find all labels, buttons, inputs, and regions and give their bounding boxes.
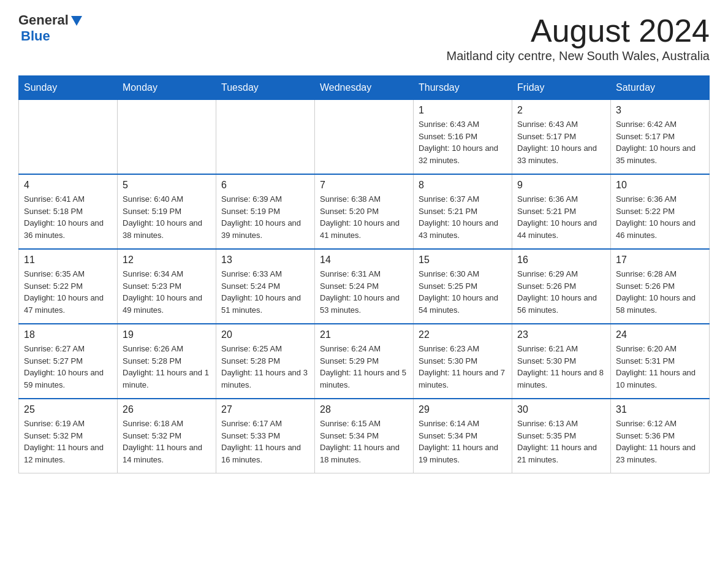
- logo-general-text: General: [18, 12, 69, 28]
- day-number: 25: [24, 404, 112, 415]
- header-saturday: Saturday: [611, 76, 710, 100]
- location-subtitle: Maitland city centre, New South Wales, A…: [447, 49, 710, 63]
- day-info: Sunrise: 6:24 AMSunset: 5:29 PMDaylight:…: [320, 343, 408, 391]
- table-row: 31Sunrise: 6:12 AMSunset: 5:36 PMDayligh…: [611, 399, 710, 473]
- day-number: 9: [517, 180, 605, 191]
- day-info: Sunrise: 6:20 AMSunset: 5:31 PMDaylight:…: [616, 343, 704, 391]
- day-info: Sunrise: 6:43 AMSunset: 5:17 PMDaylight:…: [517, 118, 605, 166]
- page-header: General Blue August 2024 Maitland city c…: [18, 12, 710, 71]
- table-row: 10Sunrise: 6:36 AMSunset: 5:22 PMDayligh…: [611, 174, 710, 249]
- logo: General Blue: [18, 12, 83, 44]
- title-block: August 2024 Maitland city centre, New So…: [447, 12, 710, 71]
- day-info: Sunrise: 6:12 AMSunset: 5:36 PMDaylight:…: [616, 418, 704, 465]
- table-row: 12Sunrise: 6:34 AMSunset: 5:23 PMDayligh…: [118, 249, 216, 324]
- day-number: 24: [616, 329, 704, 340]
- calendar-week-row: 4Sunrise: 6:41 AMSunset: 5:18 PMDaylight…: [19, 174, 710, 249]
- calendar-header-row: Sunday Monday Tuesday Wednesday Thursday…: [19, 76, 710, 100]
- day-info: Sunrise: 6:34 AMSunset: 5:23 PMDaylight:…: [123, 268, 211, 316]
- table-row: 28Sunrise: 6:15 AMSunset: 5:34 PMDayligh…: [315, 399, 414, 473]
- table-row: 14Sunrise: 6:31 AMSunset: 5:24 PMDayligh…: [315, 249, 414, 324]
- day-info: Sunrise: 6:41 AMSunset: 5:18 PMDaylight:…: [24, 193, 112, 241]
- day-number: 6: [221, 180, 309, 191]
- day-number: 23: [517, 329, 605, 340]
- day-number: 19: [123, 329, 211, 340]
- day-number: 1: [419, 105, 507, 116]
- day-info: Sunrise: 6:29 AMSunset: 5:26 PMDaylight:…: [517, 268, 605, 316]
- day-info: Sunrise: 6:23 AMSunset: 5:30 PMDaylight:…: [419, 343, 507, 391]
- day-info: Sunrise: 6:25 AMSunset: 5:28 PMDaylight:…: [221, 343, 309, 391]
- day-number: 8: [419, 180, 507, 191]
- day-number: 26: [123, 404, 211, 415]
- day-info: Sunrise: 6:28 AMSunset: 5:26 PMDaylight:…: [616, 268, 704, 316]
- day-info: Sunrise: 6:17 AMSunset: 5:33 PMDaylight:…: [221, 418, 309, 465]
- day-number: 15: [419, 255, 507, 266]
- logo-blue-text: Blue: [21, 28, 50, 44]
- svg-marker-0: [71, 16, 82, 26]
- table-row: 2Sunrise: 6:43 AMSunset: 5:17 PMDaylight…: [512, 100, 611, 175]
- month-title: August 2024: [447, 12, 710, 49]
- table-row: 22Sunrise: 6:23 AMSunset: 5:30 PMDayligh…: [414, 324, 512, 399]
- table-row: [315, 100, 414, 175]
- header-sunday: Sunday: [19, 76, 118, 100]
- logo-triangle-icon: [70, 13, 83, 27]
- day-number: 7: [320, 180, 408, 191]
- calendar-table: Sunday Monday Tuesday Wednesday Thursday…: [18, 75, 710, 473]
- calendar-week-row: 11Sunrise: 6:35 AMSunset: 5:22 PMDayligh…: [19, 249, 710, 324]
- day-info: Sunrise: 6:38 AMSunset: 5:20 PMDaylight:…: [320, 193, 408, 241]
- header-wednesday: Wednesday: [315, 76, 414, 100]
- day-number: 13: [221, 255, 309, 266]
- day-info: Sunrise: 6:31 AMSunset: 5:24 PMDaylight:…: [320, 268, 408, 316]
- table-row: [118, 100, 216, 175]
- day-number: 2: [517, 105, 605, 116]
- day-info: Sunrise: 6:13 AMSunset: 5:35 PMDaylight:…: [517, 418, 605, 465]
- table-row: 17Sunrise: 6:28 AMSunset: 5:26 PMDayligh…: [611, 249, 710, 324]
- day-info: Sunrise: 6:18 AMSunset: 5:32 PMDaylight:…: [123, 418, 211, 465]
- day-number: 17: [616, 255, 704, 266]
- table-row: 25Sunrise: 6:19 AMSunset: 5:32 PMDayligh…: [19, 399, 118, 473]
- table-row: 4Sunrise: 6:41 AMSunset: 5:18 PMDaylight…: [19, 174, 118, 249]
- day-info: Sunrise: 6:42 AMSunset: 5:17 PMDaylight:…: [616, 118, 704, 166]
- table-row: [216, 100, 315, 175]
- table-row: 7Sunrise: 6:38 AMSunset: 5:20 PMDaylight…: [315, 174, 414, 249]
- day-number: 16: [517, 255, 605, 266]
- table-row: 20Sunrise: 6:25 AMSunset: 5:28 PMDayligh…: [216, 324, 315, 399]
- table-row: 6Sunrise: 6:39 AMSunset: 5:19 PMDaylight…: [216, 174, 315, 249]
- table-row: 18Sunrise: 6:27 AMSunset: 5:27 PMDayligh…: [19, 324, 118, 399]
- table-row: 3Sunrise: 6:42 AMSunset: 5:17 PMDaylight…: [611, 100, 710, 175]
- header-thursday: Thursday: [414, 76, 512, 100]
- day-number: 28: [320, 404, 408, 415]
- header-monday: Monday: [118, 76, 216, 100]
- day-number: 29: [419, 404, 507, 415]
- day-number: 4: [24, 180, 112, 191]
- day-info: Sunrise: 6:37 AMSunset: 5:21 PMDaylight:…: [419, 193, 507, 241]
- day-info: Sunrise: 6:27 AMSunset: 5:27 PMDaylight:…: [24, 343, 112, 391]
- table-row: 24Sunrise: 6:20 AMSunset: 5:31 PMDayligh…: [611, 324, 710, 399]
- header-tuesday: Tuesday: [216, 76, 315, 100]
- table-row: 27Sunrise: 6:17 AMSunset: 5:33 PMDayligh…: [216, 399, 315, 473]
- table-row: 29Sunrise: 6:14 AMSunset: 5:34 PMDayligh…: [414, 399, 512, 473]
- calendar-week-row: 18Sunrise: 6:27 AMSunset: 5:27 PMDayligh…: [19, 324, 710, 399]
- header-friday: Friday: [512, 76, 611, 100]
- day-number: 12: [123, 255, 211, 266]
- day-number: 14: [320, 255, 408, 266]
- day-info: Sunrise: 6:36 AMSunset: 5:21 PMDaylight:…: [517, 193, 605, 241]
- day-number: 31: [616, 404, 704, 415]
- calendar-week-row: 25Sunrise: 6:19 AMSunset: 5:32 PMDayligh…: [19, 399, 710, 473]
- table-row: 23Sunrise: 6:21 AMSunset: 5:30 PMDayligh…: [512, 324, 611, 399]
- day-info: Sunrise: 6:19 AMSunset: 5:32 PMDaylight:…: [24, 418, 112, 465]
- day-number: 10: [616, 180, 704, 191]
- day-number: 22: [419, 329, 507, 340]
- table-row: 13Sunrise: 6:33 AMSunset: 5:24 PMDayligh…: [216, 249, 315, 324]
- table-row: 16Sunrise: 6:29 AMSunset: 5:26 PMDayligh…: [512, 249, 611, 324]
- day-number: 20: [221, 329, 309, 340]
- table-row: 9Sunrise: 6:36 AMSunset: 5:21 PMDaylight…: [512, 174, 611, 249]
- day-number: 11: [24, 255, 112, 266]
- day-number: 21: [320, 329, 408, 340]
- table-row: 19Sunrise: 6:26 AMSunset: 5:28 PMDayligh…: [118, 324, 216, 399]
- table-row: 21Sunrise: 6:24 AMSunset: 5:29 PMDayligh…: [315, 324, 414, 399]
- day-number: 5: [123, 180, 211, 191]
- table-row: 1Sunrise: 6:43 AMSunset: 5:16 PMDaylight…: [414, 100, 512, 175]
- table-row: [19, 100, 118, 175]
- day-info: Sunrise: 6:35 AMSunset: 5:22 PMDaylight:…: [24, 268, 112, 316]
- day-info: Sunrise: 6:39 AMSunset: 5:19 PMDaylight:…: [221, 193, 309, 241]
